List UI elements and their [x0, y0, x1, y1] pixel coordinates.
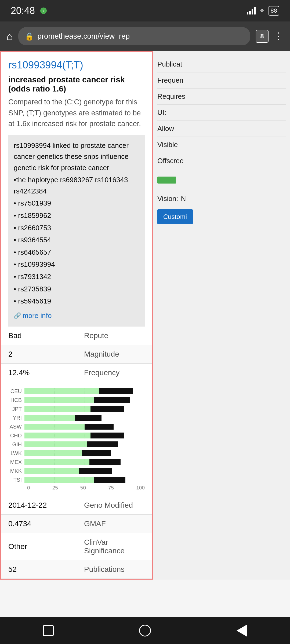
chart-row: GIH	[8, 441, 145, 448]
info-line-11: • rs5945619	[14, 296, 139, 307]
chart-x-axis: 0 25 50 75 100	[8, 485, 145, 491]
chart-black-bar	[75, 415, 102, 421]
wifi-icon: ⌖	[260, 6, 264, 15]
chart-black-bar	[87, 441, 118, 447]
chart-label: HCB	[8, 397, 24, 403]
external-link-icon: 🔗	[14, 311, 21, 320]
chart-bar-area	[24, 441, 145, 447]
left-panel: rs10993994(T;T) increased prostate cance…	[0, 51, 153, 580]
chart-container: CEUHCBJPTYRIASWCHDGIHLWKMEXMKKTSI	[8, 387, 145, 484]
info-line-1: rs10993994 linked to prostate cancer can…	[14, 140, 139, 174]
main-layout: rs10993994(T;T) increased prostate cance…	[0, 51, 290, 580]
info-line-5: • rs2660753	[14, 222, 139, 234]
chart-bar-area	[24, 415, 145, 421]
chart-dashed-line	[115, 424, 115, 430]
publications-value: 52	[1, 560, 77, 579]
chart-row: MKK	[8, 467, 145, 475]
snp-title[interactable]: rs10993994(T;T)	[8, 59, 145, 71]
nav-triangle-icon	[237, 625, 247, 636]
chart-section: CEUHCBJPTYRIASWCHDGIHLWKMEXMKKTSI 0 25 5…	[1, 382, 152, 496]
publications-label: Publications	[77, 560, 152, 579]
chart-label: MKK	[8, 468, 24, 474]
snp-card: rs10993994(T;T) increased prostate cance…	[1, 52, 152, 129]
home-button[interactable]: ⌂	[6, 30, 13, 42]
battery-indicator: 88	[269, 6, 279, 16]
right-publications: Publicat	[157, 56, 286, 72]
data-table: Bad Repute 2 Magnitude 12.4% Frequency	[1, 327, 152, 382]
table-row-repute: Bad Repute	[1, 327, 152, 345]
chart-bar-area	[24, 406, 145, 412]
gmaf-label: GMAF	[77, 515, 152, 533]
chart-dashed-line	[115, 468, 115, 474]
chart-row: TSI	[8, 476, 145, 484]
info-line-2: •the haplotype rs6983267 rs1016343 rs424…	[14, 174, 139, 197]
status-time: 20:48	[11, 5, 35, 16]
chart-black-bar	[79, 468, 112, 474]
more-info-link[interactable]: 🔗 more info	[14, 310, 52, 321]
chart-label: GIH	[8, 441, 24, 448]
info-line-3: • rs7501939	[14, 198, 139, 209]
chart-label: TSI	[8, 477, 24, 483]
chart-label: CHD	[8, 433, 24, 439]
nav-back-button[interactable]	[231, 620, 252, 641]
chart-row: HCB	[8, 396, 145, 404]
right-allow: Allow	[157, 121, 286, 137]
chart-row: CHD	[8, 432, 145, 439]
info-line-10: • rs2735839	[14, 284, 139, 295]
info-line-6: • rs9364554	[14, 235, 139, 246]
right-visible: Visible	[157, 137, 286, 153]
tab-count[interactable]: 8	[256, 30, 269, 43]
browser-bar: ⌂ 🔒 promethease.com/view_rep 8 ⋮	[0, 21, 290, 51]
snp-description: Compared to the (C;C) genotype for this …	[8, 97, 145, 129]
customize-button[interactable]: Customi	[157, 209, 193, 224]
chart-label: MEX	[8, 459, 24, 465]
clinvar-value: Other	[1, 533, 77, 560]
nav-circle-icon	[139, 625, 151, 636]
chart-row: JPT	[8, 405, 145, 413]
right-offscreen: Offscree	[157, 153, 286, 169]
chart-row: CEU	[8, 387, 145, 395]
chart-bar-area	[24, 459, 145, 465]
info-box: rs10993994 linked to prostate cancer can…	[8, 135, 145, 327]
chart-row: MEX	[8, 458, 145, 466]
chart-bar-area	[24, 477, 145, 483]
chart-black-bar	[94, 477, 125, 483]
lock-icon: 🔒	[25, 32, 34, 41]
table-row-publications: 52 Publications	[1, 560, 152, 579]
chart-bar-area	[24, 397, 145, 403]
right-ui: UI:	[157, 105, 286, 121]
nav-square-button[interactable]	[38, 620, 59, 641]
chart-bar-area	[24, 468, 145, 474]
table-row-magnitude: 2 Magnitude	[1, 345, 152, 364]
info-line-4: • rs1859962	[14, 210, 139, 221]
table-row-frequency: 12.4% Frequency	[1, 364, 152, 382]
url-text: promethease.com/view_rep	[37, 32, 244, 41]
chart-black-bar	[99, 388, 133, 394]
chart-label: JPT	[8, 406, 24, 412]
url-bar[interactable]: 🔒 promethease.com/view_rep	[18, 27, 250, 45]
frequency-label: Frequency	[77, 364, 152, 382]
right-vision: Vision: N	[157, 191, 286, 207]
chart-label: LWK	[8, 450, 24, 456]
chart-row: ASW	[8, 423, 145, 430]
right-requires: Requires	[157, 89, 286, 105]
info-line-7: • rs6465657	[14, 247, 139, 258]
chart-bar-area	[24, 450, 145, 456]
chart-label: ASW	[8, 424, 24, 430]
info-line-9: • rs7931342	[14, 271, 139, 283]
geno-value: 2014-12-22	[1, 496, 77, 515]
repute-value: Bad	[1, 327, 77, 345]
magnitude-value: 2	[1, 345, 77, 364]
status-bar: 20:48 ↓ ⌖ 88	[0, 0, 290, 21]
chart-label: YRI	[8, 415, 24, 421]
chart-black-bar	[85, 424, 114, 430]
snp-headline: increased prostate cancer risk (odds rat…	[8, 75, 145, 93]
nav-home-button[interactable]	[134, 620, 156, 641]
magnitude-label: Magnitude	[77, 345, 152, 364]
info-line-8: • rs10993994	[14, 259, 139, 270]
table-row-gmaf: 0.4734 GMAF	[1, 515, 152, 533]
chart-black-bar	[90, 433, 124, 438]
browser-menu-button[interactable]: ⋮	[274, 31, 284, 42]
right-panel: Publicat Frequen Requires UI: Allow Visi…	[153, 51, 290, 580]
geno-label: Geno Modified	[77, 496, 152, 515]
